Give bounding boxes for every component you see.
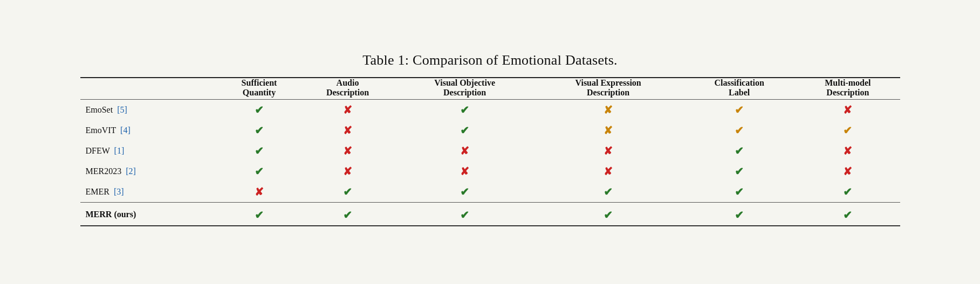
cell-multi-model: ✔ [796, 120, 900, 141]
dataset-name: EMER [3] [80, 182, 220, 203]
ours-cell-visual-obj: ✔ [396, 205, 533, 226]
ours-cell-classification: ✔ [683, 205, 796, 226]
table-row: EMER [3] ✘ ✔ ✔ ✔ ✔ ✔ [80, 182, 900, 203]
cell-visual-obj: ✔ [396, 182, 533, 203]
cell-audio: ✘ [299, 100, 396, 121]
cell-audio: ✘ [299, 120, 396, 141]
cell-sufficient: ✔ [219, 141, 299, 161]
cell-visual-obj: ✘ [396, 141, 533, 161]
table-title: Table 1: Comparison of Emotional Dataset… [80, 52, 900, 68]
cell-sufficient: ✔ [219, 161, 299, 182]
dataset-name: EmoSet [5] [80, 100, 220, 121]
col-header-visual-obj: Visual ObjectiveDescription [396, 78, 533, 98]
cell-audio: ✘ [299, 141, 396, 161]
cell-classification: ✔ [683, 120, 796, 141]
cell-visual-obj: ✘ [396, 161, 533, 182]
cell-classification: ✔ [683, 182, 796, 203]
cell-visual-exp: ✔ [533, 182, 683, 203]
col-header-multi-model: Multi-modelDescription [796, 78, 900, 98]
cell-visual-exp: ✘ [533, 141, 683, 161]
cell-audio: ✔ [299, 182, 396, 203]
ours-cell-sufficient: ✔ [219, 205, 299, 226]
cell-multi-model: ✘ [796, 100, 900, 121]
bottom-border-row [80, 226, 900, 227]
ours-row: MERR (ours) ✔ ✔ ✔ ✔ ✔ ✔ [80, 205, 900, 226]
ours-cell-audio: ✔ [299, 205, 396, 226]
table-row: DFEW [1] ✔ ✘ ✘ ✘ ✔ ✘ [80, 141, 900, 161]
col-header-visual-exp: Visual ExpressionDescription [533, 78, 683, 98]
dataset-name: EmoVIT [4] [80, 120, 220, 141]
ours-dataset-name: MERR (ours) [80, 205, 220, 226]
cell-classification: ✔ [683, 100, 796, 121]
cell-visual-obj: ✔ [396, 100, 533, 121]
col-header-audio: AudioDescription [299, 78, 396, 98]
cell-visual-exp: ✘ [533, 120, 683, 141]
dataset-name: DFEW [1] [80, 141, 220, 161]
cell-audio: ✘ [299, 161, 396, 182]
header-row: SufficientQuantity AudioDescription Visu… [80, 78, 900, 98]
ours-cell-visual-exp: ✔ [533, 205, 683, 226]
col-header-classification: ClassificationLabel [683, 78, 796, 98]
dataset-name: MER2023 [2] [80, 161, 220, 182]
comparison-table: SufficientQuantity AudioDescription Visu… [80, 77, 900, 227]
cell-visual-obj: ✔ [396, 120, 533, 141]
col-header-sufficient: SufficientQuantity [219, 78, 299, 98]
table-row: EmoVIT [4] ✔ ✘ ✔ ✘ ✔ ✔ [80, 120, 900, 141]
cell-sufficient: ✔ [219, 100, 299, 121]
table-row: EmoSet [5] ✔ ✘ ✔ ✘ ✔ ✘ [80, 100, 900, 121]
table-container: Table 1: Comparison of Emotional Dataset… [59, 41, 922, 243]
cell-classification: ✔ [683, 161, 796, 182]
table-row: MER2023 [2] ✔ ✘ ✘ ✘ ✔ ✘ [80, 161, 900, 182]
cell-multi-model: ✘ [796, 141, 900, 161]
cell-sufficient: ✔ [219, 120, 299, 141]
cell-classification: ✔ [683, 141, 796, 161]
ours-cell-multi-model: ✔ [796, 205, 900, 226]
cell-visual-exp: ✘ [533, 100, 683, 121]
cell-visual-exp: ✘ [533, 161, 683, 182]
cell-multi-model: ✘ [796, 161, 900, 182]
cell-sufficient: ✘ [219, 182, 299, 203]
cell-multi-model: ✔ [796, 182, 900, 203]
col-header-dataset [80, 78, 220, 98]
